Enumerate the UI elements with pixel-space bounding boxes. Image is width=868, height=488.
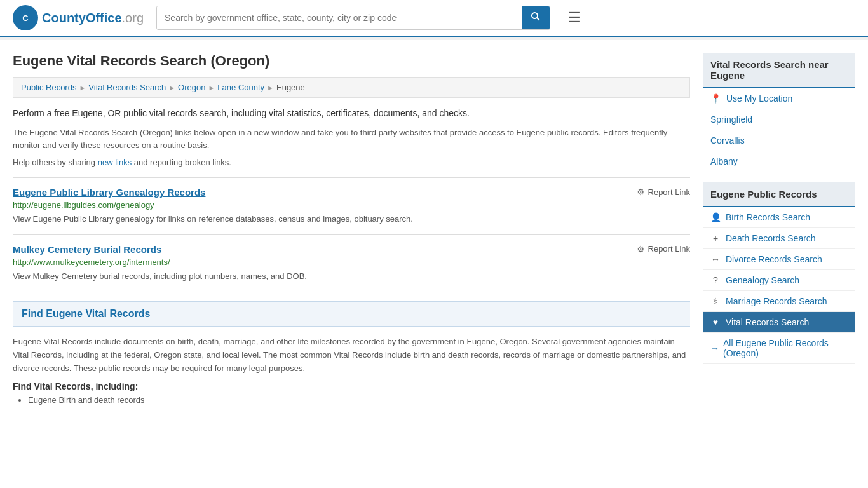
new-links-link[interactable]: new links bbox=[98, 158, 132, 167]
record-2-desc: View Mulkey Cemetery burial records, inc… bbox=[13, 270, 690, 283]
logo[interactable]: C CountyOffice.org bbox=[13, 5, 144, 30]
svg-text:C: C bbox=[22, 13, 29, 23]
report-link-2[interactable]: ⚙ Report Link bbox=[637, 244, 690, 254]
find-section-title: Find Eugene Vital Records bbox=[22, 308, 681, 320]
share-post: and reporting broken links. bbox=[132, 158, 231, 167]
all-records-label: All Eugene Public Records (Oregon) bbox=[723, 338, 848, 358]
divorce-records-label: Divorce Records Search bbox=[726, 254, 822, 264]
heart-icon: ♥ bbox=[710, 317, 721, 327]
corvallis-link[interactable]: Corvallis bbox=[710, 135, 745, 146]
record-1-url[interactable]: http://eugene.libguides.com/genealogy bbox=[13, 200, 690, 210]
share-line: Help others by sharing new links and rep… bbox=[13, 158, 690, 167]
sidebar-item-genealogy[interactable]: ? Genealogy Search bbox=[703, 270, 855, 291]
sidebar: Vital Records Search near Eugene 📍 Use M… bbox=[703, 53, 855, 405]
report-label-2: Report Link bbox=[648, 244, 690, 254]
find-body: Eugene Vital Records include documents o… bbox=[13, 336, 690, 375]
gender-icon: ⚕ bbox=[710, 296, 721, 306]
share-pre: Help others by sharing bbox=[13, 158, 98, 167]
page-container: Eugene Vital Records Search (Oregon) Pub… bbox=[0, 40, 868, 417]
record-card-2: Mulkey Cemetery Burial Records ⚙ Report … bbox=[13, 234, 690, 292]
header: C CountyOffice.org ☰ bbox=[0, 0, 868, 37]
vital-records-label: Vital Records Search bbox=[726, 317, 809, 327]
record-2-url[interactable]: http://www.mulkeycemetery.org/interments… bbox=[13, 257, 690, 267]
breadcrumb-oregon[interactable]: Oregon bbox=[178, 83, 205, 92]
breadcrumb-sep-3: ► bbox=[208, 84, 215, 92]
question-icon: ? bbox=[710, 275, 721, 285]
breadcrumb-sep-4: ► bbox=[267, 84, 274, 92]
record-card-2-header: Mulkey Cemetery Burial Records ⚙ Report … bbox=[13, 244, 690, 255]
breadcrumb: Public Records ► Vital Records Search ► … bbox=[13, 77, 690, 98]
breadcrumb-public-records[interactable]: Public Records bbox=[21, 83, 76, 92]
use-my-location-link[interactable]: Use My Location bbox=[726, 93, 792, 104]
sidebar-item-vital-records[interactable]: ♥ Vital Records Search bbox=[703, 312, 855, 333]
search-input[interactable] bbox=[157, 6, 522, 29]
record-card-1: Eugene Public Library Genealogy Records … bbox=[13, 177, 690, 234]
find-section: Find Eugene Vital Records bbox=[13, 301, 690, 327]
pin-icon: 📍 bbox=[710, 93, 721, 104]
sidebar-location-corvallis[interactable]: Corvallis bbox=[703, 130, 855, 151]
report-icon-1: ⚙ bbox=[637, 187, 645, 197]
search-bar bbox=[156, 6, 550, 30]
genealogy-label: Genealogy Search bbox=[726, 275, 799, 285]
sidebar-location-springfield[interactable]: Springfield bbox=[703, 109, 855, 130]
sidebar-location-albany[interactable]: Albany bbox=[703, 151, 855, 172]
logo-icon: C bbox=[13, 5, 38, 30]
albany-link[interactable]: Albany bbox=[710, 156, 738, 166]
sidebar-public-records-title: Eugene Public Records bbox=[703, 182, 855, 207]
sidebar-nearby-title: Vital Records Search near Eugene bbox=[703, 53, 855, 88]
menu-button[interactable]: ☰ bbox=[568, 10, 581, 26]
sidebar-item-marriage-records[interactable]: ⚕ Marriage Records Search bbox=[703, 291, 855, 312]
death-records-label: Death Records Search bbox=[726, 233, 816, 243]
record-2-title[interactable]: Mulkey Cemetery Burial Records bbox=[13, 244, 161, 255]
sidebar-item-divorce-records[interactable]: ↔ Divorce Records Search bbox=[703, 249, 855, 270]
arrows-icon: ↔ bbox=[710, 254, 721, 264]
svg-line-3 bbox=[537, 18, 539, 20]
search-button[interactable] bbox=[522, 6, 550, 29]
find-list-item-1: Eugene Birth and death records bbox=[28, 395, 690, 405]
report-icon-2: ⚙ bbox=[637, 244, 645, 254]
find-list: Eugene Birth and death records bbox=[13, 395, 690, 405]
arrow-right-icon: → bbox=[710, 343, 719, 353]
record-card-1-header: Eugene Public Library Genealogy Records … bbox=[13, 187, 690, 198]
use-my-location[interactable]: 📍 Use My Location bbox=[703, 88, 855, 109]
springfield-link[interactable]: Springfield bbox=[710, 114, 752, 125]
sidebar-item-birth-records[interactable]: 👤 Birth Records Search bbox=[703, 207, 855, 228]
logo-text: CountyOffice.org bbox=[42, 11, 144, 25]
intro-paragraph-2: The Eugene Vital Records Search (Oregon)… bbox=[13, 126, 690, 151]
record-1-desc: View Eugene Public Library genealogy for… bbox=[13, 213, 690, 226]
main-content: Eugene Vital Records Search (Oregon) Pub… bbox=[13, 53, 690, 405]
breadcrumb-sep-1: ► bbox=[79, 84, 86, 92]
record-1-title[interactable]: Eugene Public Library Genealogy Records bbox=[13, 187, 205, 198]
breadcrumb-vital-records[interactable]: Vital Records Search bbox=[88, 83, 166, 92]
report-label-1: Report Link bbox=[648, 187, 690, 197]
sidebar-nearby-section: Vital Records Search near Eugene 📍 Use M… bbox=[703, 53, 855, 172]
breadcrumb-sep-2: ► bbox=[168, 84, 175, 92]
person-icon: 👤 bbox=[710, 212, 721, 222]
cross-icon: + bbox=[710, 233, 721, 243]
breadcrumb-lane-county[interactable]: Lane County bbox=[217, 83, 264, 92]
birth-records-label: Birth Records Search bbox=[726, 212, 810, 222]
find-sub-title: Find Vital Records, including: bbox=[13, 381, 690, 391]
page-title: Eugene Vital Records Search (Oregon) bbox=[13, 53, 690, 69]
breadcrumb-current: Eugene bbox=[276, 83, 305, 92]
report-link-1[interactable]: ⚙ Report Link bbox=[637, 187, 690, 197]
marriage-records-label: Marriage Records Search bbox=[726, 296, 827, 306]
intro-paragraph-1: Perform a free Eugene, OR public vital r… bbox=[13, 107, 690, 120]
all-records-link[interactable]: → All Eugene Public Records (Oregon) bbox=[703, 333, 855, 364]
sidebar-item-death-records[interactable]: + Death Records Search bbox=[703, 228, 855, 249]
svg-point-2 bbox=[532, 13, 538, 18]
sidebar-public-records-section: Eugene Public Records 👤 Birth Records Se… bbox=[703, 182, 855, 364]
